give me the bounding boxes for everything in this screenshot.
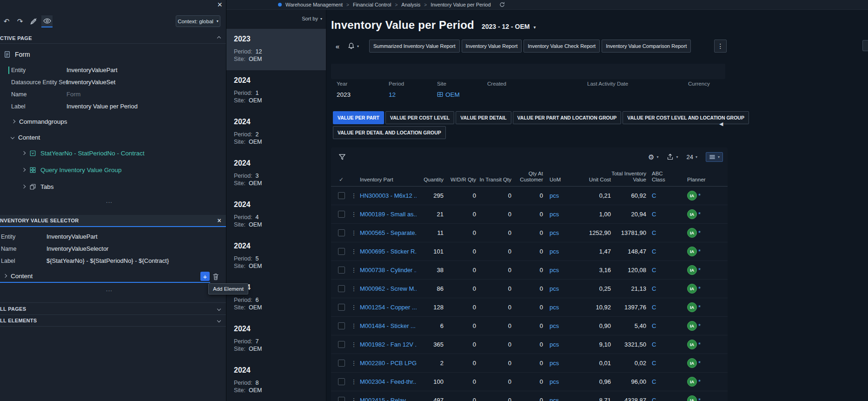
uom-link[interactable]: pcs bbox=[543, 285, 564, 292]
edge-cut-button[interactable] bbox=[862, 40, 868, 51]
uom-link[interactable]: pcs bbox=[543, 192, 564, 199]
col-in-transit-qty[interactable]: In Transit Qty bbox=[476, 177, 511, 183]
col-unit-cost[interactable]: Unit Cost bbox=[564, 177, 611, 183]
col-uom[interactable]: UoM bbox=[543, 177, 564, 183]
planner-badge[interactable]: IA bbox=[687, 340, 697, 349]
prop-datasource-entity-set[interactable]: Datasource Entity Set InventoryValueSet bbox=[0, 76, 226, 88]
row-kebab-icon[interactable]: ⋮ bbox=[348, 229, 360, 236]
row-checkbox[interactable] bbox=[338, 192, 345, 199]
site-link[interactable]: OEM bbox=[437, 91, 460, 98]
row-checkbox[interactable] bbox=[338, 341, 345, 348]
inventory-part-link[interactable]: M000565 - Separate... bbox=[360, 229, 417, 236]
more-indicator[interactable]: ... bbox=[0, 286, 219, 293]
record-list-item[interactable]: 2024 Period:2 Site:OEM bbox=[226, 112, 326, 153]
planner-badge[interactable]: IA bbox=[687, 302, 697, 312]
selector-prop-name[interactable]: Name InventoryValueSelector bbox=[0, 243, 226, 255]
tree-node-group[interactable]: Query Inventory Value Group bbox=[22, 165, 122, 175]
breadcrumb-item[interactable]: Inventory Value per Period bbox=[431, 2, 494, 7]
selector-section-header[interactable]: NVENTORY VALUE SELECTOR × bbox=[0, 215, 226, 227]
notifications-control[interactable]: ▾ bbox=[348, 42, 359, 50]
row-checkbox[interactable] bbox=[338, 267, 345, 274]
collapse-right-panel-icon[interactable]: ◀ bbox=[719, 121, 723, 127]
uom-link[interactable]: pcs bbox=[543, 360, 564, 367]
planner-badge[interactable]: IA bbox=[687, 284, 697, 294]
inventory-part-link[interactable]: M001982 - Fan 12V ... bbox=[360, 341, 417, 348]
row-kebab-icon[interactable]: ⋮ bbox=[348, 248, 360, 255]
planner-badge[interactable]: IA bbox=[687, 191, 697, 200]
breadcrumb-label[interactable]: Analysis bbox=[401, 2, 420, 7]
row-checkbox[interactable] bbox=[338, 285, 345, 292]
report-button[interactable]: Inventory Value Comparison Report bbox=[602, 40, 691, 53]
tab[interactable]: VALUE PER COST LEVEL AND LOCATION GROUP bbox=[623, 111, 749, 124]
close-icon[interactable]: × bbox=[218, 217, 221, 224]
page-size-control[interactable]: 24 ▾ bbox=[687, 154, 697, 160]
row-kebab-icon[interactable]: ⋮ bbox=[348, 267, 360, 274]
col-qty-at-customer[interactable]: Qty At Customer bbox=[511, 171, 543, 183]
sort-by-control[interactable]: Sort by ▾ bbox=[302, 16, 322, 21]
selector-prop-label[interactable]: Label ${StatYearNo} - ${StatPeriodNo} - … bbox=[0, 255, 226, 267]
uom-link[interactable]: pcs bbox=[543, 229, 564, 236]
uom-link[interactable]: pcs bbox=[543, 322, 564, 329]
tree-node-content[interactable]: Content bbox=[11, 132, 40, 142]
edit-off-button[interactable] bbox=[28, 15, 39, 27]
inventory-part-link[interactable]: M002415 - Relay... bbox=[360, 397, 417, 401]
col-quantity[interactable]: Quantity bbox=[417, 177, 444, 183]
more-options-button[interactable]: ⋮ bbox=[714, 40, 727, 53]
planner-badge[interactable]: IA bbox=[687, 377, 697, 387]
undo-button[interactable]: ↶ bbox=[1, 15, 12, 27]
report-button[interactable]: Inventory Value Check Report bbox=[523, 40, 600, 53]
more-indicator[interactable]: ... bbox=[0, 197, 219, 204]
row-checkbox[interactable] bbox=[338, 248, 345, 255]
tab[interactable]: VALUE PER DETAIL AND LOCATION GROUP bbox=[333, 126, 446, 139]
row-kebab-icon[interactable]: ⋮ bbox=[348, 378, 360, 385]
delete-element-button[interactable] bbox=[212, 273, 219, 281]
inventory-part-link[interactable]: M000962 - Screw M... bbox=[360, 285, 417, 292]
row-checkbox[interactable] bbox=[338, 211, 345, 218]
breadcrumb-item[interactable]: Analysis > bbox=[401, 2, 427, 7]
col-inventory-part[interactable]: Inventory Part bbox=[360, 177, 417, 183]
inventory-part-link[interactable]: M001254 - Copper ... bbox=[360, 304, 417, 311]
context-selector[interactable]: Context: global ▾ bbox=[176, 15, 220, 27]
uom-link[interactable]: pcs bbox=[543, 341, 564, 348]
period-link[interactable]: 12 bbox=[389, 91, 404, 98]
row-checkbox[interactable] bbox=[338, 229, 345, 236]
tree-node-selector[interactable]: StatYearNo - StatPeriodNo - Contract bbox=[22, 148, 145, 158]
row-kebab-icon[interactable]: ⋮ bbox=[348, 341, 360, 348]
row-checkbox[interactable] bbox=[338, 397, 345, 401]
export-control[interactable]: ▾ bbox=[667, 154, 678, 160]
uom-link[interactable]: pcs bbox=[543, 378, 564, 385]
tree-node-commandgroups[interactable]: Commandgroups bbox=[12, 116, 67, 127]
record-list-item[interactable]: 2024 Period:7 Site:OEM bbox=[226, 319, 326, 360]
breadcrumb-label[interactable]: Inventory Value per Period bbox=[431, 2, 490, 7]
planner-badge[interactable]: IA bbox=[687, 321, 697, 331]
table-settings-control[interactable]: ⚙ ▾ bbox=[648, 154, 658, 160]
row-checkbox[interactable] bbox=[338, 304, 345, 311]
record-list-item[interactable]: 2023 Period:12 Site:OEM bbox=[226, 29, 326, 70]
inventory-part-link[interactable]: M002280 - PCB LPG... bbox=[360, 360, 417, 367]
selector-content-node[interactable]: Content bbox=[0, 270, 210, 283]
tree-node-form[interactable]: Form bbox=[4, 49, 30, 60]
col-total-inventory-value[interactable]: Total Inventory Value bbox=[611, 171, 646, 183]
tree-node-tabs[interactable]: Tabs bbox=[22, 181, 54, 192]
uom-link[interactable]: pcs bbox=[543, 211, 564, 218]
record-list-item[interactable]: 2024 Period:3 Site:OEM bbox=[226, 153, 326, 194]
redo-button[interactable]: ↷ bbox=[14, 15, 26, 27]
record-list-item[interactable]: 2024 Period:4 Site:OEM bbox=[226, 194, 326, 236]
row-checkbox[interactable] bbox=[338, 360, 345, 367]
row-kebab-icon[interactable]: ⋮ bbox=[348, 360, 360, 367]
row-kebab-icon[interactable]: ⋮ bbox=[348, 322, 360, 329]
add-element-button[interactable]: + bbox=[200, 272, 210, 281]
tab[interactable]: VALUE PER PART bbox=[333, 111, 384, 124]
planner-badge[interactable]: IA bbox=[687, 209, 697, 219]
tab[interactable]: VALUE PER COST LEVEL bbox=[385, 111, 454, 124]
record-list-item[interactable]: 2024 Period:5 Site:OEM bbox=[226, 236, 326, 277]
select-all-icon[interactable]: ✓ bbox=[335, 177, 348, 183]
preview-button[interactable] bbox=[41, 15, 53, 27]
uom-link[interactable]: pcs bbox=[543, 304, 564, 311]
view-mode-control[interactable]: ▾ bbox=[706, 152, 723, 162]
filter-button[interactable] bbox=[336, 150, 349, 163]
record-list-item[interactable]: 2024 Period:8 Site:OEM bbox=[226, 360, 326, 401]
inventory-part-link[interactable]: M001484 - Sticker ... bbox=[360, 322, 417, 329]
tab[interactable]: VALUE PER PART AND LOCATION GROUP bbox=[513, 111, 622, 124]
uom-link[interactable]: pcs bbox=[543, 267, 564, 274]
